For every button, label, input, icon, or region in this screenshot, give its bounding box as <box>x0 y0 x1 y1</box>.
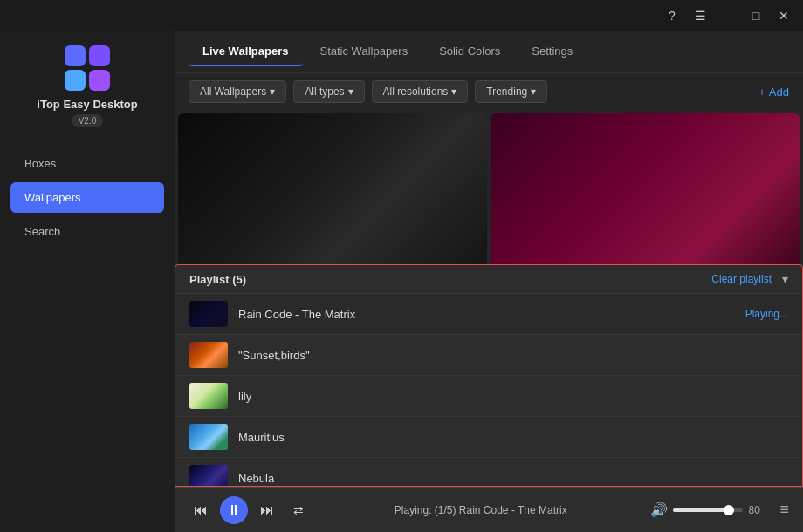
collapse-button[interactable]: ▾ <box>782 272 788 286</box>
chevron-down-icon-2: ▾ <box>348 85 353 98</box>
playlist-items: Rain Code - The Matrix Playing... "Sunse… <box>175 294 802 486</box>
menu-button[interactable]: ☰ <box>688 6 712 25</box>
add-label: Add <box>769 85 789 99</box>
playlist-item[interactable]: Mauritius <box>175 417 802 458</box>
chevron-down-icon-4: ▾ <box>531 85 536 98</box>
main-layout: iTop Easy Desktop V2.0 Boxes Wallpapers … <box>0 31 803 532</box>
title-bar: ? ☰ — □ ✕ <box>0 0 803 31</box>
logo-br <box>89 70 110 91</box>
shuffle-button[interactable]: ⇄ <box>286 498 311 522</box>
sidebar-nav: Boxes Wallpapers Search <box>0 148 175 247</box>
player-controls: ⏮ ⏸ ⏭ ⇄ <box>189 496 311 524</box>
playlist-item[interactable]: "Sunset,birds" <box>175 335 802 376</box>
tab-solid-colors[interactable]: Solid Colors <box>425 38 514 66</box>
maximize-button[interactable]: □ <box>744 6 768 25</box>
volume-icon: 🔊 <box>650 501 668 518</box>
app-logo <box>65 45 110 91</box>
filter-resolutions-label: All resolutions <box>383 85 449 98</box>
playlist-thumb-2 <box>189 342 228 368</box>
playlist-header: Playlist (5) Clear playlist ▾ <box>175 265 802 294</box>
add-button[interactable]: + Add <box>758 85 789 99</box>
next-button[interactable]: ⏭ <box>255 498 279 522</box>
minimize-button[interactable]: — <box>716 6 740 25</box>
playlist-item-name-5: Nebula <box>238 472 788 485</box>
volume-fill <box>673 508 729 512</box>
logo-bl <box>65 70 86 91</box>
filter-trending-label: Trending <box>486 85 527 98</box>
help-button[interactable]: ? <box>660 6 684 25</box>
playlist-title: Playlist (5) <box>189 273 246 286</box>
playlist-item[interactable]: lily <box>175 376 802 417</box>
filter-trending[interactable]: Trending ▾ <box>475 80 547 103</box>
filter-wallpapers[interactable]: All Wallpapers ▾ <box>189 80 286 103</box>
chevron-down-icon: ▾ <box>270 85 275 98</box>
volume-section: 🔊 80 <box>650 501 769 518</box>
playlist-thumb-3 <box>189 383 228 409</box>
now-playing-label: Playing: (1/5) Rain Code - The Matrix <box>321 504 640 516</box>
close-button[interactable]: ✕ <box>772 6 796 25</box>
sidebar-item-boxes[interactable]: Boxes <box>10 148 164 179</box>
prev-button[interactable]: ⏮ <box>189 498 213 522</box>
version-badge: V2.0 <box>72 114 104 127</box>
playlist-item[interactable]: Rain Code - The Matrix Playing... <box>175 294 802 335</box>
app-name: iTop Easy Desktop <box>37 98 137 111</box>
tab-live-wallpapers[interactable]: Live Wallpapers <box>189 38 303 66</box>
volume-label: 80 <box>748 504 769 516</box>
content-area: Live Wallpapers Static Wallpapers Solid … <box>175 31 803 532</box>
playlist-panel: Playlist (5) Clear playlist ▾ Rain Code … <box>175 264 803 487</box>
playlist-controls: Clear playlist ▾ <box>711 272 788 286</box>
filter-types[interactable]: All types ▾ <box>293 80 364 103</box>
filter-types-label: All types <box>305 85 344 98</box>
filter-resolutions[interactable]: All resolutions ▾ <box>372 80 469 103</box>
logo-tl <box>65 45 86 66</box>
play-pause-button[interactable]: ⏸ <box>220 496 248 524</box>
clear-playlist-button[interactable]: Clear playlist <box>711 273 772 285</box>
playlist-thumb-5 <box>189 465 228 486</box>
playlist-thumb-1 <box>189 301 228 327</box>
filter-wallpapers-label: All Wallpapers <box>200 85 266 98</box>
tab-settings[interactable]: Settings <box>518 38 587 66</box>
filter-bar: All Wallpapers ▾ All types ▾ All resolut… <box>175 73 803 110</box>
wallpaper-area: HD ⬇ 68.2K ♡ 5.7K Playlist (5) Clear pla… <box>175 110 803 487</box>
tab-static-wallpapers[interactable]: Static Wallpapers <box>306 38 422 66</box>
sidebar-item-wallpapers[interactable]: Wallpapers <box>10 182 164 213</box>
player-bar: ⏮ ⏸ ⏭ ⇄ Playing: (1/5) Rain Code - The M… <box>175 487 803 532</box>
playlist-item-name-1: Rain Code - The Matrix <box>238 308 735 321</box>
playlist-item-name-4: Mauritius <box>238 431 788 444</box>
tabs-bar: Live Wallpapers Static Wallpapers Solid … <box>175 31 803 73</box>
volume-slider[interactable] <box>673 508 743 512</box>
logo-container: iTop Easy Desktop V2.0 <box>37 45 137 127</box>
playlist-thumb-4 <box>189 424 228 450</box>
playlist-item[interactable]: Nebula <box>175 458 802 486</box>
playlist-item-name-3: lily <box>238 390 788 403</box>
sidebar-item-search[interactable]: Search <box>10 216 164 247</box>
playlist-item-name-2: "Sunset,birds" <box>238 349 788 362</box>
chevron-down-icon-3: ▾ <box>451 85 456 98</box>
queue-button[interactable]: ≡ <box>779 501 789 519</box>
sidebar: iTop Easy Desktop V2.0 Boxes Wallpapers … <box>0 31 175 532</box>
logo-tr <box>89 45 110 66</box>
volume-thumb <box>724 505 734 515</box>
add-icon: + <box>758 85 765 99</box>
playing-status-1: Playing... <box>745 308 788 320</box>
